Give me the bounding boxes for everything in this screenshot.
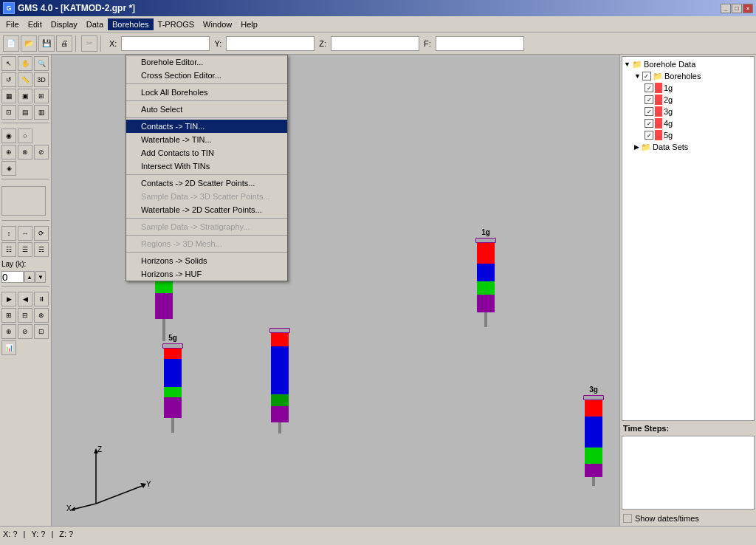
check-1g[interactable]: ✓ xyxy=(645,83,653,92)
toolbar-print[interactable]: 🖨 xyxy=(56,35,72,52)
maximize-button[interactable]: □ xyxy=(732,4,742,13)
toolbar-save[interactable]: 💾 xyxy=(38,35,55,52)
menu-lock-all-boreholes[interactable]: Lock All Boreholes xyxy=(126,86,287,99)
show-dates-checkbox[interactable] xyxy=(623,514,632,523)
menu-display[interactable]: Display xyxy=(47,18,82,30)
menu-boreholes[interactable]: Boreholes xyxy=(108,18,154,30)
menu-data[interactable]: Data xyxy=(82,18,108,30)
expand-boreholes[interactable]: ▼ xyxy=(634,72,641,80)
tree-item-2g[interactable]: ✓ 2g xyxy=(624,94,752,106)
tool-i1[interactable]: ⊞ xyxy=(1,308,16,323)
menu-horizons-solids[interactable]: Horizons -> Solids xyxy=(126,254,287,267)
menu-add-contacts-tin[interactable]: Add Contacts to TIN xyxy=(126,146,287,160)
tool-d1[interactable]: ⊕ xyxy=(1,145,16,160)
tool-d2[interactable]: ⊗ xyxy=(18,145,32,160)
tool-e1[interactable]: ◈ xyxy=(1,161,16,176)
menu-intersect-tins[interactable]: Intersect With TINs xyxy=(126,160,287,173)
tool-h1[interactable]: ▶ xyxy=(1,292,16,306)
tool-a1[interactable]: ▦ xyxy=(1,89,16,103)
status-bar: X: ? | Y: ? | Z: ? xyxy=(0,526,756,541)
tool-a3[interactable]: ⊞ xyxy=(34,89,49,103)
tool-f3[interactable]: ⟳ xyxy=(34,226,49,241)
lay-down[interactable]: ▼ xyxy=(35,271,46,283)
menu-file[interactable]: File xyxy=(1,18,24,30)
tool-j1[interactable]: ⊕ xyxy=(1,324,16,339)
tool-i2[interactable]: ⊟ xyxy=(18,308,32,323)
check-4g[interactable]: ✓ xyxy=(645,119,653,128)
borehole-center xyxy=(269,328,290,433)
f-label: F: xyxy=(421,39,434,48)
tool-f2[interactable]: ↔ xyxy=(18,226,32,241)
menu-edit[interactable]: Edit xyxy=(24,18,47,30)
menu-contacts-2d-scatter[interactable]: Contacts -> 2D Scatter Points... xyxy=(126,176,287,190)
tree-item-4g[interactable]: ✓ 4g xyxy=(624,117,752,129)
toolbar-cut[interactable]: ✂ xyxy=(81,35,97,52)
tool-b3[interactable]: ▥ xyxy=(34,105,49,120)
tool-i3[interactable]: ⊗ xyxy=(34,308,49,323)
tree-boreholes-folder[interactable]: ▼ ✓ 📁 Boreholes xyxy=(624,70,752,82)
menu-borehole-editor[interactable]: Borehole Editor... xyxy=(126,55,287,69)
tool-rotate[interactable]: ↺ xyxy=(1,72,16,87)
tool-zoom[interactable]: 🔍 xyxy=(34,56,49,71)
tool-h2[interactable]: ◀ xyxy=(18,292,32,306)
tool-a2[interactable]: ▣ xyxy=(18,89,32,103)
expand-data-sets[interactable]: ▶ xyxy=(634,143,639,151)
minimize-button[interactable]: _ xyxy=(721,4,731,13)
tree-item-5g[interactable]: ✓ 5g xyxy=(624,129,752,141)
tool-c1[interactable]: ◉ xyxy=(1,128,16,143)
menu-contacts-tin[interactable]: Contacts -> TIN... xyxy=(126,120,287,133)
boreholes-dropdown-menu: Borehole Editor... Cross Section Editor.… xyxy=(126,55,288,281)
tool-j2[interactable]: ⊘ xyxy=(18,324,32,339)
borehole-1g-cap xyxy=(475,238,496,243)
tool-measure[interactable]: 📏 xyxy=(18,72,32,87)
tool-pan[interactable]: ✋ xyxy=(18,56,32,71)
menu-watertable-2d-scatter[interactable]: Watertable -> 2D Scatter Points... xyxy=(126,203,287,216)
tool-g3[interactable]: ☴ xyxy=(34,242,49,257)
expand-borehole-data[interactable]: ▼ xyxy=(624,61,630,68)
tool-d3[interactable]: ⊘ xyxy=(34,145,49,160)
canvas-area: Borehole Editor... Cross Section Editor.… xyxy=(52,55,619,526)
menu-cross-section-editor[interactable]: Cross Section Editor... xyxy=(126,69,287,82)
tool-3d[interactable]: 3D xyxy=(34,72,49,87)
tool-j3[interactable]: ⊡ xyxy=(34,324,49,339)
f-input[interactable] xyxy=(436,36,524,51)
lay-up[interactable]: ▲ xyxy=(24,271,35,283)
tool-c2[interactable]: ○ xyxy=(18,128,32,143)
tool-b1[interactable]: ⊡ xyxy=(1,105,16,120)
check-5g[interactable]: ✓ xyxy=(645,131,653,140)
right-panel: ▼ 📁 Borehole Data ▼ ✓ 📁 Boreholes ✓ 1g ✓ xyxy=(619,55,756,526)
menu-horizons-huf[interactable]: Horizons -> HUF xyxy=(126,267,287,281)
tree-view[interactable]: ▼ 📁 Borehole Data ▼ ✓ 📁 Boreholes ✓ 1g ✓ xyxy=(622,56,755,421)
lay-input[interactable] xyxy=(1,271,24,283)
menu-tprogs[interactable]: T-PROGS xyxy=(154,18,199,30)
borehole-4g-seg-purple xyxy=(155,293,173,319)
tool-f1[interactable]: ↕ xyxy=(1,226,16,241)
tree-borehole-data[interactable]: ▼ 📁 Borehole Data xyxy=(624,58,752,70)
check-2g[interactable]: ✓ xyxy=(645,95,653,104)
check-boreholes[interactable]: ✓ xyxy=(642,72,651,80)
tool-select[interactable]: ↖ xyxy=(1,56,16,71)
status-x: X: ? xyxy=(3,529,18,538)
x-input[interactable] xyxy=(121,36,210,51)
toolbar-new[interactable]: 📄 xyxy=(3,35,19,52)
menu-auto-select[interactable]: Auto Select xyxy=(126,103,287,116)
z-input[interactable] xyxy=(331,36,419,51)
tree-data-sets[interactable]: ▶ 📁 Data Sets xyxy=(624,141,752,153)
check-3g[interactable]: ✓ xyxy=(645,107,653,116)
menu-window[interactable]: Window xyxy=(199,18,236,30)
menu-watertable-tin[interactable]: Watertable -> TIN... xyxy=(126,133,287,146)
borehole-3g-seg-blue xyxy=(585,417,602,448)
tree-item-1g[interactable]: ✓ 1g xyxy=(624,82,752,94)
toolbar-open[interactable]: 📂 xyxy=(21,35,37,52)
tool-k1[interactable]: 📊 xyxy=(1,340,16,355)
tool-g2[interactable]: ☰ xyxy=(18,242,32,257)
tool-b2[interactable]: ▤ xyxy=(18,105,32,120)
tree-item-3g[interactable]: ✓ 3g xyxy=(624,106,752,117)
tool-h3[interactable]: ⏸ xyxy=(34,292,49,306)
menu-bar: File Edit Display Data Boreholes T-PROGS… xyxy=(0,16,756,32)
tree-2g-label: 2g xyxy=(664,95,673,104)
tool-g1[interactable]: ☷ xyxy=(1,242,16,257)
y-input[interactable] xyxy=(226,36,315,51)
menu-help[interactable]: Help xyxy=(236,18,262,30)
close-button[interactable]: × xyxy=(743,4,753,13)
